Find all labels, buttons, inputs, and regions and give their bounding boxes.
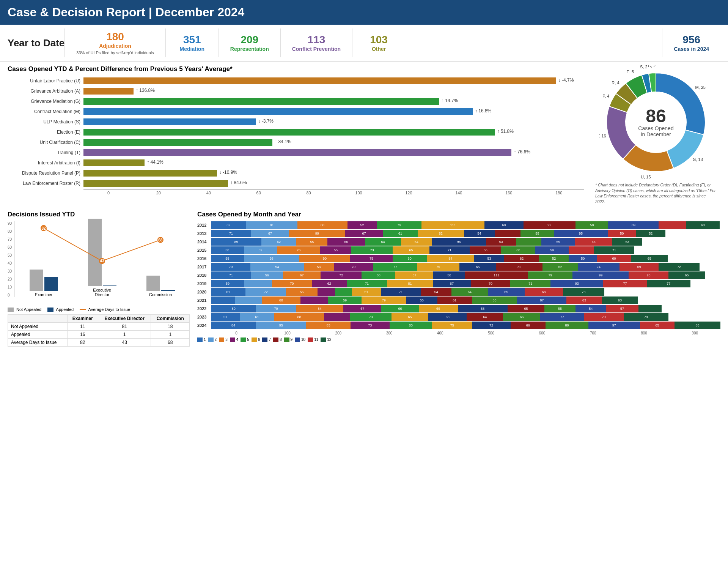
monthly-legend-label: 4 <box>236 337 239 342</box>
bar-fill <box>83 159 145 166</box>
monthly-cell: 61 <box>383 230 418 237</box>
monthly-row: 2021685979556180876363 <box>197 296 720 304</box>
monthly-bar-area: 5859765573657156605971 <box>211 246 720 254</box>
monthly-year-label: 2014 <box>197 240 211 244</box>
y-label-70: 70 <box>8 237 12 241</box>
monthly-cell: 64 <box>365 238 401 246</box>
monthly-legend-label: 1 <box>204 337 206 342</box>
monthly-legend-item: 3 <box>219 337 228 342</box>
ytd-num-representation: 209 <box>241 34 258 46</box>
monthly-year-label: 2019 <box>197 281 211 286</box>
donut-label: T, 16 <box>599 134 606 138</box>
monthly-cell: 53 <box>474 255 504 262</box>
monthly-cell: 60 <box>393 255 427 262</box>
dec-bar-pair <box>146 215 175 291</box>
monthly-cell <box>324 313 350 321</box>
donut-label: G, 13 <box>693 157 703 162</box>
legend-label-appealed: Appealed <box>56 307 74 312</box>
axis-label: 140 <box>434 191 484 195</box>
bar-label: Grievance Arbitration (A) <box>8 88 83 94</box>
ytd-stat-mediation: 351 Mediation <box>165 28 219 57</box>
axis-label: 180 <box>534 191 584 195</box>
table-header-row: Examiner Executive Director Commission <box>8 314 190 322</box>
dec-group: Commission <box>131 215 190 297</box>
monthly-legend-box <box>273 337 278 342</box>
monthly-cell: 73 <box>350 313 392 321</box>
monthly-legend-item: 8 <box>273 337 282 342</box>
table-cell: 1 <box>98 330 151 338</box>
bar-container: ↓ -3.7% <box>83 118 584 125</box>
bar-row: Grievance Arbitration (A)↑ 136.8% <box>8 87 584 95</box>
ytd-label-adjudication: Adjudication <box>99 43 131 49</box>
donut-label: Cases Openedin December <box>638 125 673 137</box>
donut-section: M, 25G, 13U, 15T, 16P, 4R, 4E, 5S, 2C, 2… <box>591 65 720 205</box>
bar-chart-section: Cases Opened YTD & Percent Difference fr… <box>8 65 584 205</box>
monthly-cell: 83 <box>306 322 351 329</box>
monthly-legend-label: 2 <box>215 337 217 342</box>
monthly-legend-box <box>252 337 257 342</box>
table-row: Appealed1611 <box>8 330 190 338</box>
decisions-bars-container: ExaminerExecutiveDirectorCommission <box>14 221 190 297</box>
monthly-legend-item: 2 <box>208 337 217 342</box>
monthly-cell: 88 <box>274 313 324 321</box>
monthly-legend-box <box>295 337 300 342</box>
monthly-cell: 62 <box>542 263 578 271</box>
monthly-cell: 67 <box>343 305 381 312</box>
monthly-cell: 62 <box>211 221 246 229</box>
monthly-cell: 71 <box>381 288 421 296</box>
table-cell: 68 <box>151 338 190 346</box>
monthly-year-label: 2023 <box>197 315 211 319</box>
table-cell: 16 <box>67 330 98 338</box>
legend-avg-days: Average Days to Issue <box>80 307 130 312</box>
bar-fill <box>83 108 473 115</box>
monthly-cell: 72 <box>321 271 361 279</box>
monthly-cell: 81 <box>387 280 433 287</box>
monthly-cell: 89 <box>211 238 261 246</box>
ytd-num-conflict: 113 <box>308 34 325 46</box>
y-label-0: 0 <box>8 293 12 297</box>
monthly-cell: 52 <box>539 255 569 262</box>
monthly-cell: 66 <box>575 238 612 246</box>
monthly-cell <box>318 288 335 296</box>
bar-pct: ↓ -3.7% <box>258 118 285 124</box>
y-label-80: 80 <box>8 229 12 233</box>
monthly-cell: 56 <box>433 271 465 279</box>
monthly-cell: 71 <box>211 230 251 237</box>
monthly-cell: 71 <box>347 280 387 287</box>
monthly-cell <box>516 238 541 246</box>
monthly-cell: 71 <box>211 271 251 279</box>
monthly-cell: 68 <box>262 296 300 304</box>
dec-bar-not-appealed <box>88 219 102 286</box>
monthly-cell: 58 <box>211 255 244 262</box>
monthly-legend-item: 1 <box>197 337 206 342</box>
table-cell: Average Days to Issue <box>8 338 68 346</box>
monthly-cell: 79 <box>624 313 668 321</box>
bar-chart: Unfair Labor Practice (U)↓ -4.7%Grievanc… <box>8 77 584 195</box>
table-th-examiner: Examiner <box>67 314 98 322</box>
monthly-legend-label: 7 <box>269 337 271 342</box>
ytd-stat-representation: 209 Representation <box>219 28 280 57</box>
monthly-bar-area: 8070846766698865555457 <box>211 305 720 312</box>
monthly-cell: 93 <box>550 280 603 287</box>
monthly-cell: 69 <box>484 221 524 229</box>
monthly-cell: 54 <box>421 288 452 296</box>
bar-label: Interest Arbitration (I) <box>8 160 83 166</box>
ytd-label-representation: Representation <box>230 46 269 52</box>
table-cell: 1 <box>151 330 190 338</box>
monthly-cell: 77 <box>647 280 690 287</box>
bar-chart-title: Cases Opened YTD & Percent Difference fr… <box>8 65 584 73</box>
monthly-row: 20137167996761825459955052 <box>197 230 720 237</box>
legend-line-avg <box>80 309 86 310</box>
monthly-bar-area: 61725551715464656873 <box>211 288 720 296</box>
monthly-row: 2024849583738075726680976586 <box>197 322 720 329</box>
monthly-cell: 84 <box>427 255 474 262</box>
monthly-axis-label: 700 <box>568 331 618 335</box>
monthly-cell: 70 <box>211 263 250 271</box>
bar-pct: ↓ -4.7% <box>558 77 585 83</box>
axis-label: 100 <box>334 191 384 195</box>
bar-container: ↑ 76.6% <box>83 149 584 156</box>
monthly-cell: 62 <box>312 280 347 287</box>
monthly-year-label: 2016 <box>197 256 211 261</box>
donut-label: S, 2 <box>640 65 648 69</box>
monthly-row: 20187156677260675611179997065 <box>197 271 720 279</box>
